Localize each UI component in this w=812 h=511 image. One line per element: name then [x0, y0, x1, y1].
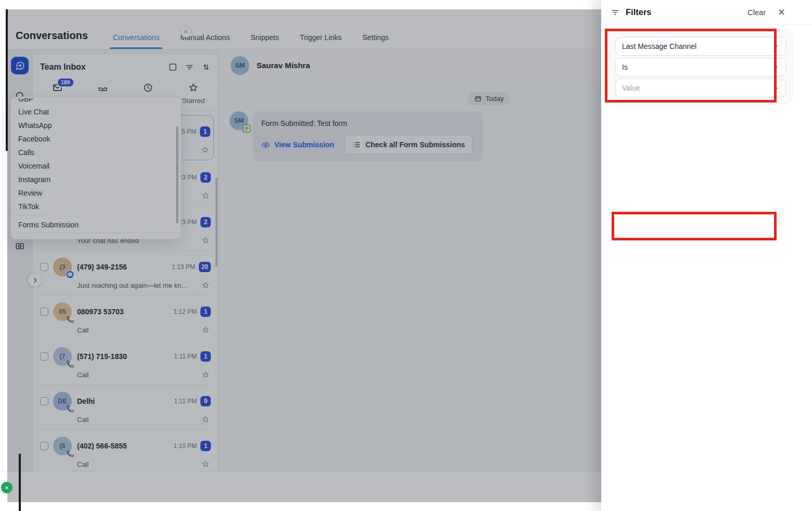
- star-icon: [188, 82, 199, 93]
- collapse-panel-handle[interactable]: [28, 273, 42, 287]
- screenshot-root: ✕ Conversations ConversationsManual Acti…: [0, 0, 812, 511]
- tray-icon: [97, 82, 108, 93]
- window-edge-bottom: [19, 454, 21, 511]
- dropdown-option-voicemail[interactable]: Voicemail: [11, 159, 181, 173]
- unread-count-badge: 2: [200, 172, 211, 183]
- message-preview: Call: [77, 371, 201, 379]
- star-icon[interactable]: [201, 371, 210, 379]
- list-item[interactable]: 05 080973 53703 1:12 PM 1 Call: [37, 296, 214, 340]
- avatar: (3: [53, 258, 72, 276]
- clear-filters-button[interactable]: Clear: [747, 8, 766, 17]
- avatar: 05: [53, 302, 72, 321]
- star-icon[interactable]: [201, 146, 209, 154]
- unread-count-badge: 9: [200, 396, 211, 406]
- funnel-icon: [611, 8, 620, 17]
- close-icon[interactable]: [777, 8, 786, 17]
- message-preview: Call: [77, 416, 201, 424]
- dropdown-option-forms-submission[interactable]: Forms Submission: [11, 215, 181, 233]
- checkbox[interactable]: [40, 263, 48, 271]
- tab-conversations[interactable]: Conversations: [112, 33, 161, 49]
- filter-field-select[interactable]: Last Message Channel: [615, 37, 786, 56]
- value-dropdown-menu: GBPLive ChatWhatsAppFacebookCallsVoicema…: [10, 97, 181, 239]
- envelope-icon: 189: [52, 82, 63, 93]
- chevron-down-icon: [773, 64, 779, 70]
- chevron-up-icon: [773, 85, 779, 91]
- chevron-down-icon: [773, 43, 779, 49]
- star-icon[interactable]: [201, 236, 210, 245]
- dropdown-option-facebook[interactable]: Facebook: [11, 132, 181, 146]
- dropdown-option-instagram[interactable]: Instagram: [11, 173, 181, 186]
- avatar: (5: [53, 437, 72, 455]
- unread-count-badge: 1: [200, 351, 211, 362]
- tab-trigger-links[interactable]: Trigger Links: [299, 33, 342, 49]
- tab-snippets[interactable]: Snippets: [249, 33, 280, 49]
- list-item[interactable]: DE Delhi 1:11 PM 9 Call: [37, 385, 214, 430]
- form-icon: [243, 124, 251, 133]
- list-item[interactable]: (3 (479) 349-2156 1:13 PM 20 Just reachi…: [37, 251, 214, 296]
- call-icon: [66, 405, 74, 413]
- checkbox[interactable]: [40, 442, 48, 450]
- filter-icon[interactable]: [185, 62, 194, 72]
- message-time: 1:13 PM: [172, 263, 195, 271]
- contact-name: Delhi: [77, 397, 171, 405]
- chat-plus-icon: [15, 61, 25, 71]
- dropdown-option-review[interactable]: Review: [11, 186, 181, 200]
- unread-count-badge: 20: [199, 262, 211, 272]
- filters-header: Filters Clear: [601, 0, 812, 25]
- star-icon[interactable]: [201, 326, 210, 334]
- unread-count-badge: 189: [57, 78, 74, 87]
- dropdown-option-tiktok[interactable]: TikTok: [11, 200, 181, 213]
- dropdown-option-gbp[interactable]: GBP: [11, 98, 181, 105]
- select-all-checkbox-icon[interactable]: [168, 62, 177, 72]
- star-icon[interactable]: [201, 281, 210, 289]
- contact-name: 080973 53703: [77, 308, 170, 316]
- list-item[interactable]: (7 (571) 715-1830 1:11 PM 1 Call: [37, 340, 214, 385]
- checkbox[interactable]: [40, 352, 48, 361]
- filters-drawer: Filters Clear Last Message Channel Is Va…: [601, 0, 812, 511]
- page-title: Conversations: [16, 30, 88, 49]
- message-time: 1:12 PM: [173, 308, 197, 315]
- check-all-form-submissions-button[interactable]: Check all Form Submissions: [345, 135, 473, 154]
- unread-count-badge: 1: [200, 441, 211, 451]
- inbox-tab-label: Starred: [182, 97, 205, 105]
- avatar: SM: [231, 56, 249, 75]
- star-icon[interactable]: [201, 415, 210, 424]
- remove-filter-button[interactable]: [180, 26, 192, 37]
- checkbox[interactable]: [40, 308, 48, 316]
- star-icon[interactable]: [201, 460, 210, 468]
- message-row: SM Form Submitted: Test form: [230, 111, 483, 162]
- inbox-title: Team Inbox: [40, 62, 161, 72]
- monitor-button[interactable]: [11, 237, 29, 255]
- filter-operator-select[interactable]: Is: [615, 58, 786, 76]
- filter-value-select[interactable]: Value: [615, 79, 786, 97]
- star-icon[interactable]: [201, 191, 210, 200]
- chat-widget-bubble[interactable]: ✕: [1, 482, 12, 493]
- message-bubble: Form Submitted: Test form View Submissio…: [253, 111, 483, 162]
- new-conversation-button[interactable]: [11, 57, 29, 74]
- message-time: 1:10 PM: [173, 442, 197, 450]
- checkbox[interactable]: [40, 397, 48, 405]
- list-item[interactable]: (5 (402) 566-5855 1:10 PM 1 Call: [37, 430, 214, 475]
- list-icon: [352, 140, 361, 149]
- filter-card: Last Message Channel Is Value: [607, 29, 793, 104]
- call-icon: [66, 315, 74, 324]
- list-scrollbar[interactable]: [215, 177, 218, 267]
- contact-name: (479) 349-2156: [77, 263, 169, 271]
- window-edge-top: [6, 9, 8, 151]
- sort-icon[interactable]: [201, 62, 211, 72]
- message-preview: Call: [77, 326, 201, 334]
- call-icon: [66, 450, 74, 458]
- dropdown-option-live-chat[interactable]: Live Chat: [11, 105, 181, 119]
- dropdown-scrollbar[interactable]: [176, 126, 179, 223]
- dropdown-option-whatsapp[interactable]: WhatsApp: [11, 119, 181, 132]
- inbox-header: Team Inbox: [33, 54, 218, 77]
- dropdown-option-calls[interactable]: Calls: [11, 146, 181, 159]
- view-submission-button[interactable]: View Submission: [261, 140, 334, 149]
- avatar: DE: [53, 392, 72, 411]
- message-time: 1:11 PM: [174, 353, 197, 360]
- avatar: (7: [53, 347, 72, 366]
- tab-settings[interactable]: Settings: [361, 33, 390, 49]
- contact-name: (402) 566-5855: [77, 442, 170, 450]
- unread-count-badge: 1: [200, 126, 210, 137]
- eye-icon: [261, 140, 270, 149]
